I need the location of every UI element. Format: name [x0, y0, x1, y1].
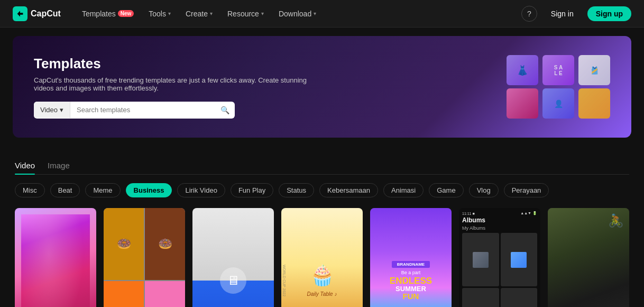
summer-be-a-part: Be a part	[401, 270, 421, 275]
albums-time: 11:11 ■	[462, 212, 475, 215]
search-icon[interactable]: 🔍	[215, 102, 235, 119]
card-albums[interactable]: 11:11 ■ ▲▲▼ 🔋 Albums My Albums	[459, 208, 540, 307]
tab-image[interactable]: Image	[48, 157, 70, 174]
card-summer[interactable]: BRANDNAME Be a part ENDLESS SUMMER FUN J…	[370, 208, 452, 307]
nav-tools-label: Tools	[149, 10, 166, 18]
tab-video[interactable]: Video	[15, 157, 35, 174]
hero-img-col1: 👗	[507, 55, 538, 119]
filter-animasi[interactable]: Animasi	[383, 183, 424, 197]
filter-meme[interactable]: Meme	[85, 183, 120, 197]
filter-fun-play[interactable]: Fun Play	[231, 183, 273, 197]
summer-summer: SUMMER	[395, 285, 426, 292]
albums-title: Albums	[462, 216, 537, 224]
nav-tools-chevron: ▾	[168, 11, 171, 16]
nav-templates-badge: New	[118, 10, 134, 17]
card-digital-icon: 🖥	[220, 267, 246, 294]
card-fashion[interactable]: CUTEWOMANFASHION 00:14 ♡ 2.6K Cute Fashi…	[15, 208, 96, 307]
nav-templates[interactable]: Templates New	[76, 6, 140, 21]
navbar: CapCut Templates New Tools ▾ Create ▾ Re…	[0, 0, 644, 28]
card-summer-thumb: BRANDNAME Be a part ENDLESS SUMMER FUN J…	[370, 208, 452, 307]
hero-card-2	[507, 88, 538, 119]
card-cupcake-bg: 🧁 Daily Table ♪ WORLD CUP 2022	[281, 208, 363, 307]
card-cupcake-thumb: 🧁 Daily Table ♪ WORLD CUP 2022 00:14 ♡ 9…	[281, 208, 363, 307]
summer-fun: FUN	[403, 292, 419, 300]
filter-lirik-video[interactable]: Lirik Video	[177, 183, 225, 197]
tabs-section: Video Image Misc Beat Meme Business Liri…	[0, 146, 644, 197]
logo[interactable]: CapCut	[13, 6, 61, 21]
signup-button[interactable]: Sign up	[587, 6, 631, 21]
summer-endless: ENDLESS	[390, 276, 432, 285]
cards-grid: CUTEWOMANFASHION 00:14 ♡ 2.6K Cute Fashi…	[0, 208, 644, 307]
card-donuts-thumb: 🍩 🍩 🍩 🍩 00:09 ♡ 4.5K	[104, 208, 185, 307]
nav-download-label: Download	[279, 10, 311, 18]
search-type-label: Video	[40, 106, 58, 114]
filter-business[interactable]: Business	[126, 183, 172, 197]
card-digital[interactable]: 🖥 00:17 ♡ 1.9K Digital Equipment Amazon …	[192, 208, 274, 307]
donut-4: 🍩	[145, 281, 185, 307]
albums-status-bar: 11:11 ■ ▲▲▼ 🔋	[462, 211, 537, 215]
cupcake-emoji: 🧁	[310, 264, 335, 287]
hero-img-col2: S AL E 👤	[542, 55, 574, 119]
card-bicycle-thumb: 🚴 TAKE YOUR LOOKTO THE NEXTLEVEL 00:13 ♡…	[548, 208, 629, 307]
donut-3: 🍩	[104, 281, 144, 307]
hero-title: Templates	[34, 56, 309, 72]
hero-card-6	[578, 88, 610, 119]
signin-button[interactable]: Sign in	[544, 6, 581, 21]
help-button[interactable]: ?	[521, 6, 537, 22]
filter-tags: Misc Beat Meme Business Lirik Video Fun …	[15, 183, 629, 197]
logo-icon	[13, 6, 27, 21]
filter-game[interactable]: Game	[429, 183, 463, 197]
help-icon: ?	[527, 10, 531, 18]
cupcake-text: Daily Table ♪	[303, 291, 342, 297]
albums-my-label: My Albums	[462, 225, 537, 231]
bicycle-icon: 🚴	[608, 213, 624, 228]
search-input[interactable]	[70, 102, 215, 118]
card-donuts-grid: 🍩 🍩 🍩 🍩	[104, 208, 185, 307]
nav-create[interactable]: Create ▾	[179, 6, 219, 21]
search-type-dropdown[interactable]: Video ▾	[34, 102, 70, 118]
albums-grid	[462, 233, 537, 307]
hero-card-3: S AL E	[542, 55, 574, 85]
nav-tools[interactable]: Tools ▾	[142, 6, 177, 21]
card-digital-thumb: 🖥 00:17 ♡ 1.9K	[192, 208, 274, 307]
nav-download-chevron: ▾	[314, 11, 316, 16]
albums-icons: ▲▲▼ 🔋	[520, 211, 537, 215]
donut-2: 🍩	[145, 208, 185, 280]
nav-resource-chevron: ▾	[261, 11, 264, 16]
album-thumb-2	[511, 252, 527, 268]
nav-download[interactable]: Download ▾	[272, 6, 323, 21]
card-cupcake[interactable]: 🧁 Daily Table ♪ WORLD CUP 2022 00:14 ♡ 9…	[281, 208, 363, 307]
nav-templates-label: Templates	[82, 10, 116, 18]
filter-status[interactable]: Status	[279, 183, 314, 197]
hero-subtitle: CapCut's thousands of free trending temp…	[34, 76, 309, 92]
album-thumb-1	[473, 252, 489, 268]
nav-create-chevron: ▾	[210, 11, 213, 16]
filter-kebersamaan[interactable]: Kebersamaan	[319, 183, 378, 197]
album-cell-4	[501, 288, 538, 307]
summer-brand: BRANDNAME	[392, 261, 430, 268]
nav-resource-label: Resource	[227, 10, 259, 18]
nav-right: ? Sign in Sign up	[521, 6, 631, 22]
filter-perayaan[interactable]: Perayaan	[504, 183, 549, 197]
search-type-chevron: ▾	[60, 106, 63, 114]
card-fashion-thumb: CUTEWOMANFASHION 00:14 ♡ 2.6K	[15, 208, 96, 307]
card-donuts[interactable]: 🍩 🍩 🍩 🍩 00:09 ♡ 4.5K Food Product Displa…	[104, 208, 185, 307]
hero-content: Templates CapCut's thousands of free tre…	[34, 56, 309, 119]
hero-card-4: 👤	[542, 88, 574, 119]
logo-text: CapCut	[31, 9, 61, 19]
card-summer-bg: BRANDNAME Be a part ENDLESS SUMMER FUN J…	[370, 208, 452, 307]
nav-create-label: Create	[186, 10, 208, 18]
card-bicycle-bg: 🚴 TAKE YOUR LOOKTO THE NEXTLEVEL	[548, 208, 629, 307]
cupcake-side-text: WORLD CUP 2022	[282, 265, 286, 296]
hero-search-bar: Video ▾ 🔍	[34, 102, 235, 119]
donut-1: 🍩	[104, 208, 144, 280]
filter-misc[interactable]: Misc	[15, 183, 45, 197]
album-cell-3	[462, 288, 499, 307]
nav-resource[interactable]: Resource ▾	[221, 6, 270, 21]
hero-banner: Templates CapCut's thousands of free tre…	[13, 36, 631, 138]
card-digital-bg: 🖥	[192, 208, 274, 307]
filter-beat[interactable]: Beat	[50, 183, 80, 197]
card-bicycle[interactable]: 🚴 TAKE YOUR LOOKTO THE NEXTLEVEL 00:13 ♡…	[548, 208, 629, 307]
main-tabs: Video Image	[15, 157, 629, 175]
filter-vlog[interactable]: Vlog	[469, 183, 499, 197]
